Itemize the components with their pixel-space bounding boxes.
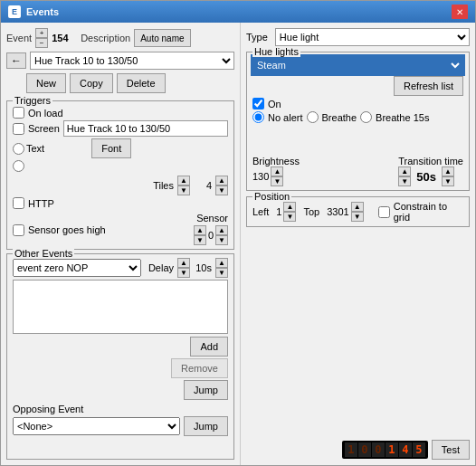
tiles-right-up[interactable]: ▲ [215, 176, 228, 185]
screen-label: Screen [28, 123, 60, 134]
sensor-right-down[interactable]: ▼ [215, 235, 228, 245]
delete-button[interactable]: Delete [117, 73, 166, 93]
digit-display: 1 0 0 1 4 5 [342, 441, 428, 459]
tiles-label: Tiles [153, 180, 174, 191]
event-plusminus: + − [35, 28, 48, 48]
type-label: Type [246, 32, 268, 43]
sensor-down[interactable]: ▼ [194, 235, 206, 245]
autoname-button[interactable]: Auto name [134, 29, 190, 47]
delay-spinner: ▲ ▼ [177, 258, 190, 278]
right-panel: Type Hue light Hue lights Steam Refresh … [241, 23, 475, 465]
delay-up[interactable]: ▲ [177, 258, 190, 268]
brightness-label: Brightness [252, 156, 300, 166]
opposing-select[interactable]: <None> [13, 417, 180, 435]
left-panel: Event + − 154 Description Auto name ← Hu… [1, 23, 241, 465]
digit-4: 4 [399, 442, 412, 457]
digit-5: 5 [413, 442, 425, 457]
jump-button[interactable]: Jump [184, 380, 228, 400]
left-down[interactable]: ▼ [283, 212, 296, 222]
position-section: Position Left 1 ▲ ▼ Top 3301 ▲ [246, 196, 470, 227]
top-down[interactable]: ▼ [351, 212, 364, 222]
transition-down[interactable]: ▼ [398, 176, 411, 186]
brightness-up[interactable]: ▲ [271, 166, 283, 176]
constrain-checkbox[interactable] [378, 206, 390, 218]
tiles-right-down[interactable]: ▼ [215, 185, 228, 195]
tiles-down[interactable]: ▼ [177, 185, 190, 195]
text-radio[interactable] [13, 143, 24, 155]
sensor-goes-high-row: Sensor goes high [13, 224, 190, 236]
brightness-spinner: ▲ ▼ [271, 166, 283, 186]
opposing-label: Opposing Event [13, 404, 83, 414]
events-window: E Events ✕ Event + − 154 Description Aut… [0, 0, 476, 466]
screen-input[interactable] [63, 120, 228, 137]
text-row: Text Font [13, 138, 228, 158]
brightness-down[interactable]: ▼ [271, 176, 283, 186]
event-increment[interactable]: + [35, 28, 48, 38]
window-title: Events [26, 6, 59, 17]
delay-row: event zero NOP Delay ▲ ▼ 10s ▲ ▼ [13, 258, 228, 278]
on-load-row: On load [13, 107, 228, 119]
breathe-radio[interactable] [307, 111, 319, 123]
other-event-select[interactable]: event zero NOP [13, 259, 141, 277]
remove-button[interactable]: Remove [171, 358, 228, 378]
transition-right-down[interactable]: ▼ [442, 176, 454, 186]
event-label: Event [6, 33, 32, 43]
tiles-row: Tiles ▲ ▼ 4 ▲ ▼ [13, 176, 228, 195]
close-button[interactable]: ✕ [452, 5, 468, 19]
test-button[interactable]: Test [432, 440, 470, 460]
event-list-area [13, 280, 228, 334]
event-number: 154 [52, 33, 77, 43]
event-select-row: ← Hue Track 10 to 130/50 [6, 52, 234, 70]
breathe15-radio[interactable] [360, 111, 372, 123]
other-radio[interactable] [13, 160, 24, 172]
refresh-button[interactable]: Refresh list [394, 76, 463, 96]
sensor-goes-high-label: Sensor goes high [28, 224, 106, 235]
brightness-val-row: 130 ▲ ▼ [252, 166, 283, 186]
other-radio-row [13, 160, 228, 172]
no-alert-radio[interactable] [252, 111, 264, 123]
sensor-value: 0 [208, 230, 214, 241]
opposing-row: Opposing Event [13, 404, 228, 414]
hue-select[interactable]: Steam [252, 56, 463, 74]
triggers-label: Triggers [13, 95, 52, 106]
font-button[interactable]: Font [91, 138, 131, 158]
transition-col: Transition time ▲ ▼ 50s ▲ ▼ [398, 156, 463, 186]
left-up[interactable]: ▲ [283, 202, 296, 212]
description-label: Description [81, 33, 130, 43]
titlebar-left: E Events [8, 5, 59, 18]
jump2-button[interactable]: Jump [184, 416, 228, 436]
delay-right-down[interactable]: ▼ [215, 268, 228, 278]
event-decrement[interactable]: − [35, 38, 48, 48]
top-up[interactable]: ▲ [351, 202, 364, 212]
http-checkbox[interactable] [13, 197, 24, 209]
top-val-row: 3301 ▲ ▼ [327, 202, 363, 222]
delay-right-spinner: ▲ ▼ [215, 258, 228, 278]
on-load-label: On load [28, 108, 63, 119]
tiles-up[interactable]: ▲ [177, 176, 190, 185]
hue-lights-section: Hue lights Steam Refresh list On No aler… [246, 52, 470, 191]
constrain-row: Constrain to grid [378, 201, 463, 223]
alert-row: No alert Breathe Breathe 15s [252, 111, 463, 123]
constrain-label: Constrain to grid [394, 201, 463, 223]
screen-checkbox[interactable] [13, 123, 24, 135]
type-select[interactable]: Hue light [275, 28, 470, 46]
http-label: HTTP [28, 198, 54, 209]
event-select[interactable]: Hue Track 10 to 130/50 [30, 52, 234, 70]
hue-lights-label: Hue lights [252, 46, 300, 57]
delay-value: 10s [194, 262, 212, 273]
transition-up[interactable]: ▲ [398, 166, 411, 176]
sensor-up[interactable]: ▲ [194, 225, 206, 235]
add-button[interactable]: Add [190, 337, 228, 357]
transition-right-up[interactable]: ▲ [442, 166, 454, 176]
on-load-checkbox[interactable] [13, 107, 24, 119]
back-button[interactable]: ← [6, 52, 26, 69]
sensor-goes-high-checkbox[interactable] [13, 224, 24, 236]
sensor-right-up[interactable]: ▲ [215, 225, 228, 235]
delay-right-up[interactable]: ▲ [215, 258, 228, 268]
brightness-col: Brightness 130 ▲ ▼ [252, 156, 300, 186]
delay-down[interactable]: ▼ [177, 268, 190, 278]
http-row: HTTP [13, 197, 228, 209]
on-checkbox[interactable] [252, 98, 264, 109]
copy-button[interactable]: Copy [70, 73, 113, 93]
new-button[interactable]: New [26, 73, 66, 93]
